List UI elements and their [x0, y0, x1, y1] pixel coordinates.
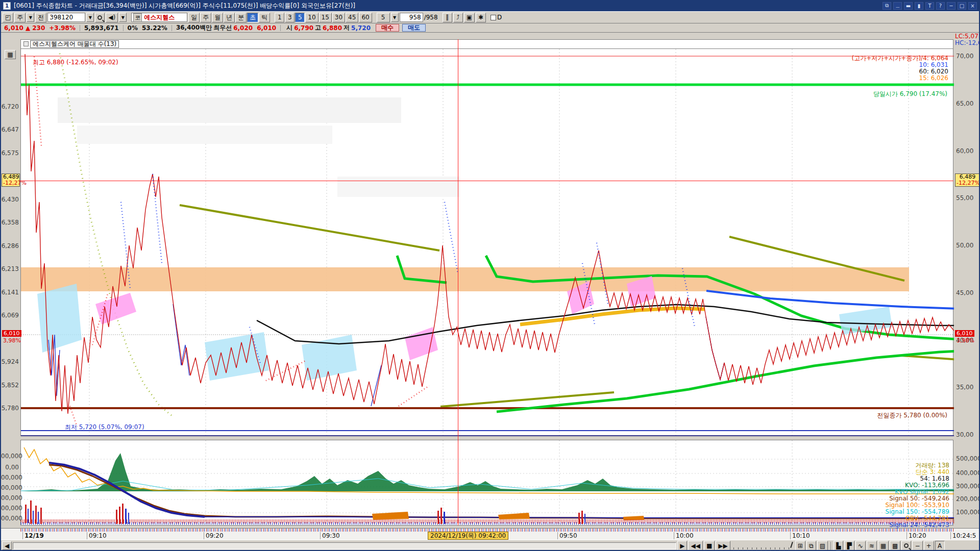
left-axis-label: 5,780: [1, 405, 19, 411]
window-cascade-icon[interactable]: ⧉: [806, 541, 816, 550]
left-axis-label: 00,000: [1, 515, 19, 521]
interval-button-10[interactable]: 10: [305, 13, 318, 22]
period-button-년[interactable]: 년: [224, 13, 235, 22]
period-button-주[interactable]: 주: [200, 13, 211, 22]
period-combo-arrow-icon[interactable]: ▼: [27, 13, 34, 22]
indicator-canvas[interactable]: [21, 440, 954, 526]
count-combo-arrow-icon[interactable]: ▼: [391, 13, 399, 22]
left-axis-label: 00,000: [1, 453, 19, 459]
interval-button-1[interactable]: 1: [275, 13, 284, 22]
main-chart-canvas[interactable]: [21, 49, 954, 437]
window-restore-icon[interactable]: □: [958, 2, 966, 10]
left-axis-label: 00,000: [1, 505, 19, 511]
chart-shape: [205, 332, 269, 381]
window-tile-icon[interactable]: ⊞: [795, 541, 805, 550]
chart-shape: [440, 392, 614, 407]
open-price: 6,790: [294, 24, 313, 32]
image-tool-icon[interactable]: ▩: [890, 541, 900, 550]
search-button[interactable]: [95, 13, 105, 22]
code-combo-arrow-icon[interactable]: ▼: [86, 13, 94, 22]
interval-button-5[interactable]: 5: [295, 13, 305, 22]
slider-handle-icon[interactable]: [790, 542, 793, 548]
rewind-button[interactable]: ◀◀: [688, 541, 702, 550]
prev-stock-button[interactable]: 전: [35, 13, 46, 22]
settings-gear-icon[interactable]: ✱: [476, 13, 486, 22]
period-button-일[interactable]: 일: [188, 13, 200, 22]
window-close-icon[interactable]: ×: [968, 2, 977, 10]
interval-button-60[interactable]: 60: [359, 13, 372, 22]
interval-button-45[interactable]: 45: [346, 13, 358, 22]
speed-slider[interactable]: [733, 542, 792, 549]
window-title: [0601] 주식종합차트 - 거래대금[36,394(백만)] 시가총액[66…: [14, 2, 355, 10]
zoom-out-button[interactable]: −: [912, 541, 922, 550]
chart-shape: [445, 202, 458, 273]
period-button-초[interactable]: 초: [247, 13, 258, 22]
left-axis-label: 6,069: [1, 312, 19, 318]
grid-tool-icon[interactable]: ▦: [878, 541, 889, 550]
horizontal-scrollbar[interactable]: [13, 542, 676, 549]
window-minimize-icon[interactable]: ─: [947, 2, 955, 10]
bar-index-input[interactable]: 958: [400, 13, 423, 22]
chart-shape: [444, 512, 445, 524]
indicator-plot[interactable]: [20, 440, 953, 525]
right-axis-label: 200,000: [956, 496, 980, 502]
font-button[interactable]: A: [935, 541, 945, 550]
period-button-월[interactable]: 월: [212, 13, 223, 22]
high-annotation: 최고 6,880 (-12.65%, 09:02): [33, 58, 118, 67]
zoom-button[interactable]: [901, 541, 911, 550]
main-chart-plot[interactable]: 에스지헬스케어 매물대 수(13): [20, 39, 953, 436]
period-button-분[interactable]: 분: [235, 13, 247, 22]
collapse-square-icon[interactable]: [23, 41, 29, 46]
chart-shape: [706, 291, 954, 309]
zoom-in-button[interactable]: +: [924, 541, 934, 550]
data-grid-icon[interactable]: ▦: [5, 50, 16, 59]
play-button[interactable]: ▶: [677, 541, 687, 550]
stock-name-box[interactable]: 코 에스지헬스: [131, 13, 187, 22]
open-annotation: 당일시가 6,790 (17.47%): [873, 90, 947, 98]
d-checkbox[interactable]: [491, 15, 496, 20]
copy-window-icon[interactable]: ⧉: [883, 2, 891, 10]
sound-button[interactable]: ◀): [106, 13, 118, 22]
pin-icon[interactable]: ▮: [915, 2, 923, 10]
bar-icon[interactable]: ▬: [904, 2, 913, 10]
volume-value: 5,893,671: [84, 24, 119, 32]
best-quote-label: 최우선: [213, 23, 232, 32]
stop-button[interactable]: ■: [704, 541, 715, 550]
window-number-badge: 1: [3, 2, 11, 10]
compare-chart-icon[interactable]: ‖: [443, 13, 452, 22]
stock-code-input[interactable]: 398120: [47, 13, 85, 22]
multiline-tool-icon[interactable]: ≋: [867, 541, 877, 550]
chart-shape: [520, 308, 705, 324]
current-price: 6,010: [4, 24, 23, 32]
pattern-fill-icon[interactable]: ▨: [817, 541, 828, 550]
period-combo[interactable]: 주: [14, 13, 26, 22]
up-arrow-icon: ▲: [26, 24, 30, 32]
chart-shape: [372, 512, 409, 520]
wave-tool-icon[interactable]: ∿: [855, 541, 866, 550]
minimize-line-icon[interactable]: ＿: [893, 2, 902, 10]
buy-button[interactable]: 매수: [376, 24, 399, 32]
interval-button-30[interactable]: 30: [332, 13, 345, 22]
fast-forward-button[interactable]: ▶▶: [716, 541, 730, 550]
left-axis-label: 00,000: [1, 474, 19, 481]
trend-tool-icon[interactable]: ▛: [844, 541, 854, 550]
low-price: 5,720: [351, 24, 371, 32]
save-icon[interactable]: ▣: [464, 13, 475, 22]
interval-button-3[interactable]: 3: [285, 13, 295, 22]
chart-shape: [584, 514, 585, 524]
right-axis-label: 50,00: [956, 242, 973, 248]
help-icon[interactable]: ?: [936, 2, 945, 10]
add-indicator-icon[interactable]: ⤴: [453, 13, 463, 22]
bottom-toolbar: ◀ ▶ ◀◀ ■ ▶▶ ⊞⧉▨ ▙▛∿≋▦▩ − + A: [1, 540, 979, 551]
count-combo[interactable]: 5: [377, 13, 390, 22]
interval-button-15[interactable]: 15: [319, 13, 332, 22]
period-button-틱[interactable]: 틱: [259, 13, 270, 22]
panel-toggle-icon[interactable]: ◰: [3, 13, 13, 22]
scroll-left-button[interactable]: ◀: [2, 541, 12, 550]
tools-icon[interactable]: T: [925, 2, 934, 10]
sound-combo-arrow-icon[interactable]: ▼: [119, 13, 127, 22]
sell-button[interactable]: 매도: [402, 24, 426, 32]
cross-tool-icon[interactable]: ▙: [834, 541, 843, 550]
chart-shape: [706, 317, 724, 380]
selected-time-badge: 2024/12/19(목) 09:42:00: [428, 532, 508, 540]
